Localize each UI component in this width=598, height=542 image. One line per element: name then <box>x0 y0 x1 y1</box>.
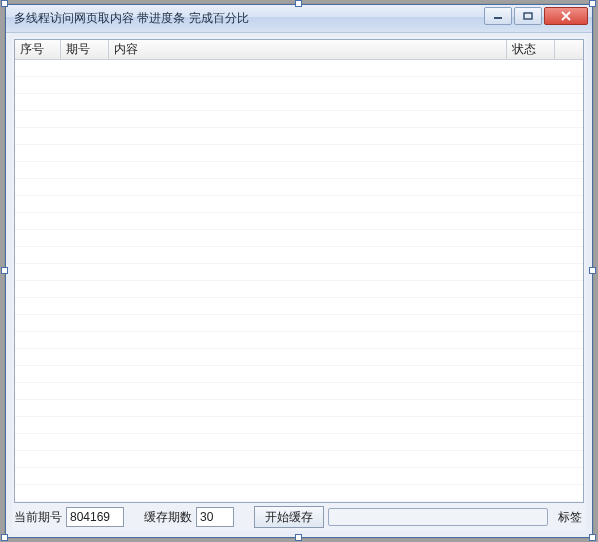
list-item <box>15 179 583 196</box>
selection-handle[interactable] <box>589 534 596 541</box>
list-item <box>15 366 583 383</box>
start-cache-button[interactable]: 开始缓存 <box>254 506 324 528</box>
cache-count-label: 缓存期数 <box>144 509 192 526</box>
column-header-period[interactable]: 期号 <box>61 40 109 59</box>
list-item <box>15 128 583 145</box>
selection-handle[interactable] <box>295 0 302 7</box>
list-item <box>15 434 583 451</box>
minimize-button[interactable] <box>484 7 512 25</box>
titlebar: 多线程访问网页取内容 带进度条 完成百分比 <box>6 5 592 33</box>
selection-handle[interactable] <box>1 267 8 274</box>
list-item <box>15 196 583 213</box>
bottom-bar: 当前期号 缓存期数 开始缓存 标签 <box>12 505 586 529</box>
column-header-index[interactable]: 序号 <box>15 40 61 59</box>
svg-rect-1 <box>524 13 532 19</box>
close-button[interactable] <box>544 7 588 25</box>
list-item <box>15 145 583 162</box>
listview-header: 序号 期号 内容 状态 <box>15 40 583 60</box>
column-header-spacer <box>555 40 583 59</box>
list-item <box>15 94 583 111</box>
list-item <box>15 383 583 400</box>
list-item <box>15 247 583 264</box>
list-item <box>15 213 583 230</box>
listview-body[interactable] <box>15 60 583 502</box>
progress-bar <box>328 508 548 526</box>
list-item <box>15 230 583 247</box>
list-item <box>15 264 583 281</box>
list-item <box>15 315 583 332</box>
list-item <box>15 349 583 366</box>
list-item <box>15 281 583 298</box>
column-header-content[interactable]: 内容 <box>109 40 507 59</box>
selection-handle[interactable] <box>589 267 596 274</box>
list-item <box>15 468 583 485</box>
selection-handle[interactable] <box>589 0 596 7</box>
list-item <box>15 162 583 179</box>
selection-handle[interactable] <box>1 534 8 541</box>
client-area: 序号 期号 内容 状态 当前期号 缓存期数 开始缓存 标签 <box>12 37 586 531</box>
main-window: 多线程访问网页取内容 带进度条 完成百分比 <box>5 4 593 538</box>
cache-count-input[interactable] <box>196 507 234 527</box>
column-header-status[interactable]: 状态 <box>507 40 555 59</box>
close-icon <box>560 11 572 21</box>
list-item <box>15 60 583 77</box>
list-item <box>15 417 583 434</box>
list-item <box>15 77 583 94</box>
selection-handle[interactable] <box>1 0 8 7</box>
current-period-input[interactable] <box>66 507 124 527</box>
list-item <box>15 298 583 315</box>
current-period-label: 当前期号 <box>14 509 62 526</box>
list-item <box>15 485 583 502</box>
list-item <box>15 111 583 128</box>
minimize-icon <box>493 12 503 20</box>
list-item <box>15 332 583 349</box>
maximize-icon <box>523 12 533 20</box>
right-label: 标签 <box>558 509 582 526</box>
designer-surface: 多线程访问网页取内容 带进度条 完成百分比 <box>0 0 598 542</box>
list-item <box>15 451 583 468</box>
selection-handle[interactable] <box>295 534 302 541</box>
list-item <box>15 400 583 417</box>
window-controls <box>484 7 588 25</box>
window-title: 多线程访问网页取内容 带进度条 完成百分比 <box>14 10 249 27</box>
maximize-button[interactable] <box>514 7 542 25</box>
svg-rect-0 <box>494 17 502 19</box>
listview[interactable]: 序号 期号 内容 状态 <box>14 39 584 503</box>
